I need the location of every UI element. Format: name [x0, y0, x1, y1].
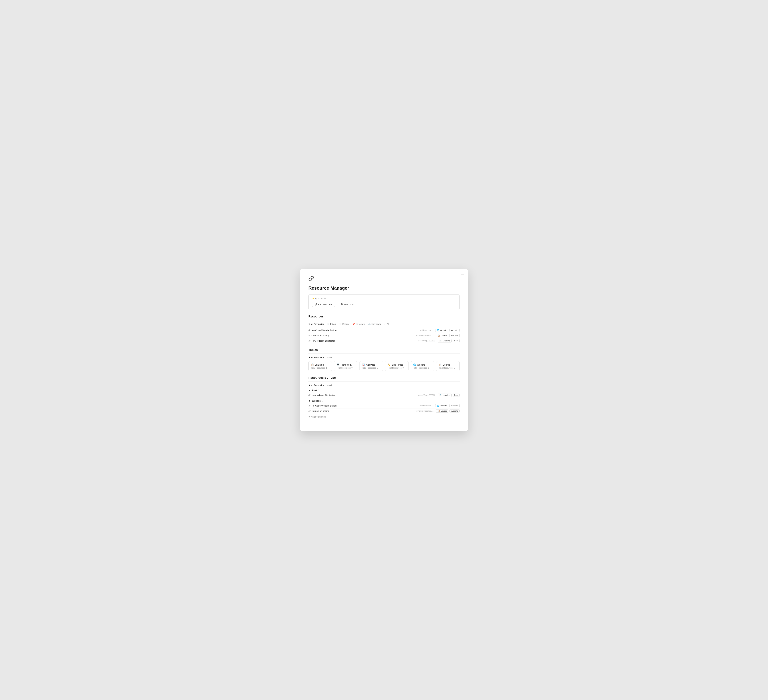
topic-title: 📋 Course — [439, 363, 457, 366]
topic-card-blog-post[interactable]: ✏️ Blog - Post Total Resources: 0 — [385, 361, 408, 371]
resource-row: Course on coding pll.harvard.edu/cou... … — [309, 408, 459, 414]
quick-action-buttons: Add Resource Add Topic — [312, 302, 456, 307]
topic-title: 🌐 Website — [413, 363, 432, 366]
resource-name: Course on coding — [309, 334, 416, 337]
quick-action-box: ⚡ Quick Action Add Resource Add Topic — [309, 294, 459, 310]
resources-by-type-section: Resources By Type ★ Favourite ··· All ▼ … — [309, 376, 459, 418]
topics-section: Topics ★ Favourite ··· All 📋 Learning To… — [309, 348, 459, 371]
topic-card-analytics[interactable]: 📊 Analytics Total Resources: 0 — [360, 361, 383, 371]
topic-title: 📋 Learning — [311, 363, 329, 366]
resource-name: No-Code Website Builder — [309, 329, 420, 332]
tab-recent[interactable]: 🕐 Recent — [339, 322, 349, 326]
resource-row: No-Code Website Builder webflow.com/... … — [309, 403, 459, 408]
page-title: Resource Manager — [309, 285, 459, 291]
add-resource-button[interactable]: Add Resource — [312, 302, 335, 307]
topic-count: Total Resources: 1 — [439, 367, 457, 369]
resource-name: Course on coding — [309, 410, 416, 412]
resource-tags: x.com/i/top...609532 📋 Learning Post — [418, 393, 459, 397]
rbt-group-post: ▼ Post 1 How to learn 10x faster x.com/i… — [309, 389, 459, 398]
topics-title: Topics — [309, 348, 459, 352]
resource-tags: x.com/i/top...609532 📋 Learning Post — [418, 339, 459, 342]
rbt-group-header[interactable]: ▼ Website 2 — [309, 400, 459, 402]
tab-all[interactable]: ··· All — [384, 323, 389, 325]
tag: Post — [453, 393, 459, 397]
tag: 🌐 Website — [435, 404, 449, 408]
tag: 📋 Learning — [438, 339, 451, 342]
rbt-group-website: ▼ Website 2 No-Code Website Builder webf… — [309, 400, 459, 414]
resources-section: Resources ★ Favourite 📄 Inbox 🕐 Recent 📌… — [309, 315, 459, 344]
tag: Website — [450, 404, 459, 407]
topic-title: 🖥️ Technology — [336, 363, 355, 366]
topic-count: Total Resources: 0 — [336, 367, 355, 369]
topics-tab-favourite[interactable]: ★ Favourite — [309, 356, 324, 359]
topic-count: Total Resources: 0 — [362, 367, 380, 369]
topic-card-learning[interactable]: 📋 Learning Total Resources: 1 — [309, 361, 332, 371]
resource-tags: pll.harvard.edu/cou... 📋 Course Website — [416, 334, 459, 337]
tag: Post — [453, 339, 459, 342]
tag: 📋 Course — [436, 409, 448, 413]
quick-action-header: ⚡ Quick Action — [312, 297, 456, 300]
resource-row: Course on coding pll.harvard.edu/cou... … — [309, 333, 459, 338]
topic-card-course[interactable]: 📋 Course Total Resources: 1 — [436, 361, 459, 371]
topic-count: Total Resources: 1 — [413, 367, 432, 369]
rbt-tab-favourite[interactable]: ★ Favourite — [309, 384, 324, 387]
resource-name: How to learn 10x faster — [309, 339, 418, 342]
resource-row: No-Code Website Builder webflow.com/... … — [309, 328, 459, 333]
resources-list: No-Code Website Builder webflow.com/... … — [309, 328, 459, 344]
resource-row: How to learn 10x faster x.com/i/top...60… — [309, 338, 459, 344]
topics-tab-all[interactable]: ··· All — [327, 356, 332, 359]
app-icon — [309, 276, 459, 283]
topic-count: Total Resources: 1 — [311, 367, 329, 369]
topic-title: ✏️ Blog - Post — [388, 363, 406, 366]
resource-tags: webflow.com/... 🌐 Website Website — [420, 329, 459, 332]
topics-tabs: ★ Favourite ··· All — [309, 356, 459, 359]
topic-card-technology[interactable]: 🖥️ Technology Total Resources: 0 — [334, 361, 357, 371]
topic-title: 📊 Analytics — [362, 363, 380, 366]
hidden-groups[interactable]: ∨ 7 hidden groups — [309, 416, 459, 418]
resource-row: How to learn 10x faster x.com/i/top...60… — [309, 393, 459, 398]
add-topic-button[interactable]: Add Topic — [338, 302, 356, 307]
tab-inbox[interactable]: 📄 Inbox — [327, 322, 336, 326]
resource-name: No-Code Website Builder — [309, 404, 420, 407]
tag: Website — [450, 409, 459, 412]
tag: 📋 Course — [436, 334, 448, 337]
topics-grid: 📋 Learning Total Resources: 1 🖥️ Technol… — [309, 361, 459, 371]
tab-favourite[interactable]: ★ Favourite — [309, 322, 324, 326]
rbt-tab-all[interactable]: ··· All — [327, 384, 332, 387]
tab-reviewed[interactable]: ☁️ Reviewed — [368, 322, 381, 326]
topic-card-website[interactable]: 🌐 Website Total Resources: 1 — [411, 361, 434, 371]
tab-to-review[interactable]: 📌 To review — [352, 322, 365, 326]
rbt-title: Resources By Type — [309, 376, 459, 380]
resource-tags: webflow.com/... 🌐 Website Website — [420, 404, 459, 408]
tag: 🌐 Website — [435, 329, 449, 332]
resources-title: Resources — [309, 315, 459, 318]
rbt-tabs: ★ Favourite ··· All — [309, 384, 459, 387]
main-window: — Resource Manager ⚡ Quick Action Add Re… — [300, 269, 468, 432]
resources-tabs: ★ Favourite 📄 Inbox 🕐 Recent 📌 To review… — [309, 322, 459, 326]
resource-name: How to learn 10x faster — [309, 394, 418, 396]
minimize-button[interactable]: — — [461, 272, 464, 276]
rbt-group-header[interactable]: ▼ Post 1 — [309, 389, 459, 392]
resource-tags: pll.harvard.edu/cou... 📋 Course Website — [416, 409, 459, 413]
tag: 📋 Learning — [438, 393, 451, 397]
topic-count: Total Resources: 0 — [388, 367, 406, 369]
tag: Website — [450, 329, 459, 332]
tag: Website — [450, 334, 459, 337]
